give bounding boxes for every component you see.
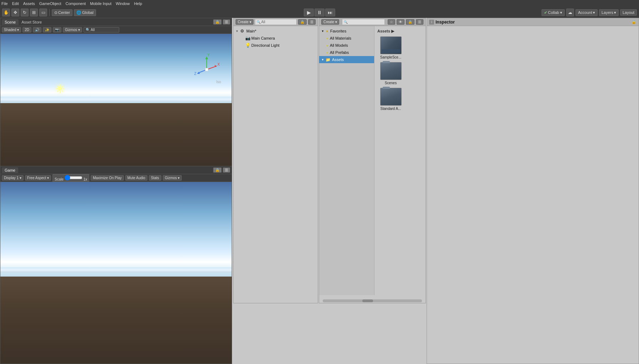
layout-button[interactable]: Layout bbox=[620, 9, 637, 16]
project-scrollbar[interactable] bbox=[323, 299, 422, 302]
game-gizmos-dropdown[interactable]: Gizmos ▾ bbox=[163, 175, 182, 181]
scale-slider[interactable] bbox=[65, 175, 82, 181]
asset-item-samplescene[interactable]: SampleSce... bbox=[377, 36, 404, 59]
scene-gizmo-widget[interactable]: X Y Z Iso bbox=[192, 54, 221, 84]
scene-search-box[interactable]: 🔍 All bbox=[84, 27, 119, 32]
inspector-lock-button[interactable]: 🔒 bbox=[632, 20, 637, 24]
inspector-title: Inspector bbox=[436, 20, 455, 25]
collab-label: Collab ▾ bbox=[548, 10, 562, 15]
step-button[interactable]: ⏭ bbox=[325, 9, 335, 16]
menu-window[interactable]: Window bbox=[116, 1, 130, 6]
hierarchy-main-camera-label: Main Camera bbox=[251, 36, 275, 40]
mute-audio-button[interactable]: Mute Audio bbox=[125, 175, 147, 181]
pivot-center-label: Center bbox=[58, 10, 70, 15]
hierarchy-search-box[interactable]: 🔍 All bbox=[255, 19, 297, 25]
game-horizon bbox=[0, 267, 232, 273]
tool-hand-button[interactable]: ✋ bbox=[2, 9, 10, 16]
account-button[interactable]: Account ▾ bbox=[575, 9, 598, 16]
menu-file[interactable]: File bbox=[1, 1, 8, 6]
svg-line-7 bbox=[57, 91, 59, 92]
scene-fx-button[interactable]: ✨ bbox=[43, 27, 51, 32]
play-controls: ▶ ⏸ ⏭ bbox=[304, 9, 335, 16]
menu-assets[interactable]: Assets bbox=[23, 1, 35, 6]
mode-2d-button[interactable]: 2D bbox=[22, 27, 31, 32]
scene-camera-button[interactable]: 📷 bbox=[53, 27, 61, 32]
asset-item-standard-assets[interactable]: Standard A... bbox=[377, 88, 404, 111]
tool-scale-button[interactable]: ⊞ bbox=[30, 9, 38, 16]
cloud-button[interactable]: ☁ bbox=[566, 9, 574, 16]
favorites-expand-icon: ▼ bbox=[321, 30, 324, 33]
pivot-global-button[interactable]: 🌐 Global bbox=[74, 9, 96, 16]
game-ground bbox=[0, 277, 232, 364]
project-create-button[interactable]: Create ▾ bbox=[321, 19, 339, 25]
pivot-center-icon: ⊙ bbox=[54, 10, 57, 15]
hierarchy-tree: ▼ ⚙ Main* 📷 Main Camera 💡 Directional Li… bbox=[233, 26, 318, 50]
asset-store-tab[interactable]: Asset Store bbox=[19, 19, 45, 25]
asset-item-scenes[interactable]: Scenes bbox=[377, 62, 404, 85]
project-content: ▼ ★ Favorites ● All Materials ● All Mode… bbox=[319, 26, 426, 295]
shading-dropdown[interactable]: Shaded ▾ bbox=[2, 27, 21, 32]
aspect-dropdown[interactable]: Free Aspect ▾ bbox=[25, 175, 51, 181]
tool-move-button[interactable]: ✥ bbox=[11, 9, 19, 16]
scene-gizmos-dropdown[interactable]: Gizmos ▾ bbox=[63, 27, 82, 32]
project-all-models[interactable]: ● All Models bbox=[319, 42, 374, 49]
scene-tab[interactable]: Scene bbox=[2, 19, 19, 25]
scene-audio-button[interactable]: 🔊 bbox=[33, 27, 41, 32]
game-menu-button[interactable]: ☰ bbox=[223, 167, 230, 173]
hierarchy-header: Create ▾ 🔍 All 🔒 ☰ bbox=[233, 18, 318, 26]
scale-control[interactable]: Scale 1x bbox=[52, 174, 89, 182]
hierarchy-main-camera-item[interactable]: 📷 Main Camera bbox=[233, 35, 318, 42]
toolbar-right: ✔ Collab ▾ ☁ Account ▾ Layers ▾ Layout bbox=[542, 9, 637, 16]
stats-button[interactable]: Stats bbox=[149, 175, 161, 181]
hierarchy-create-button[interactable]: Create ▾ bbox=[236, 19, 253, 25]
menu-gameobject[interactable]: GameObject bbox=[39, 1, 61, 6]
game-tab[interactable]: Game bbox=[2, 167, 18, 173]
inspector-content bbox=[427, 26, 639, 32]
pause-button[interactable]: ⏸ bbox=[315, 9, 324, 16]
project-assets-folder[interactable]: ▼ 📁 Assets bbox=[319, 56, 374, 63]
menu-component[interactable]: Component bbox=[65, 1, 86, 6]
project-favorites-header[interactable]: ▼ ★ Favorites bbox=[319, 27, 374, 35]
hierarchy-lock-button[interactable]: 🔒 bbox=[298, 19, 307, 25]
tool-rotate-button[interactable]: ↻ bbox=[21, 9, 29, 16]
project-assets-grid-area: Assets ▶ SampleSce... Scenes bbox=[374, 26, 426, 295]
prefabs-circle-icon: ● bbox=[326, 51, 328, 55]
play-button[interactable]: ▶ bbox=[304, 9, 314, 16]
project-star-button[interactable]: ☆ bbox=[388, 19, 395, 25]
layers-button[interactable]: Layers ▾ bbox=[599, 9, 619, 16]
project-all-materials[interactable]: ● All Materials bbox=[319, 35, 374, 42]
project-all-prefabs[interactable]: ● All Prefabs bbox=[319, 49, 374, 56]
svg-line-4 bbox=[57, 86, 59, 87]
project-lock-button[interactable]: 🔒 bbox=[406, 19, 414, 25]
hierarchy-scene-root[interactable]: ▼ ⚙ Main* bbox=[233, 27, 318, 35]
all-models-label: All Models bbox=[330, 43, 348, 47]
menu-edit[interactable]: Edit bbox=[12, 1, 19, 6]
project-eye-button[interactable]: 👁 bbox=[397, 19, 404, 25]
project-scrollbar-thumb[interactable] bbox=[362, 299, 373, 302]
display-dropdown[interactable]: Display 1 ▾ bbox=[2, 175, 24, 181]
collab-button[interactable]: ✔ Collab ▾ bbox=[542, 9, 565, 16]
project-menu-button[interactable]: ☰ bbox=[416, 19, 423, 25]
menu-mobile-input[interactable]: Mobile Input bbox=[90, 1, 111, 6]
scene-lock-button[interactable]: 🔒 bbox=[213, 19, 222, 25]
all-prefabs-label: All Prefabs bbox=[330, 50, 349, 55]
maximize-on-play-button[interactable]: Maximize On Play bbox=[91, 175, 124, 181]
shading-label: Shaded bbox=[4, 28, 16, 32]
tool-rect-button[interactable]: ▭ bbox=[39, 9, 47, 16]
scene-tab-bar: Scene Asset Store 🔒 ☰ bbox=[0, 18, 232, 26]
hierarchy-menu-button[interactable]: ☰ bbox=[308, 19, 316, 25]
hierarchy-directional-light-item[interactable]: 💡 Directional Light bbox=[233, 42, 318, 49]
standard-assets-thumb bbox=[380, 88, 402, 106]
scene-menu-button[interactable]: ☰ bbox=[223, 19, 230, 25]
all-materials-label: All Materials bbox=[330, 36, 351, 40]
materials-circle-icon: ● bbox=[326, 36, 328, 40]
gizmos-label: Gizmos bbox=[65, 28, 77, 32]
menu-bar: File Edit Assets GameObject Component Mo… bbox=[0, 0, 639, 7]
pivot-center-button[interactable]: ⊙ Center bbox=[52, 9, 72, 16]
project-search-box[interactable]: 🔍 bbox=[342, 19, 385, 25]
menu-help[interactable]: Help bbox=[134, 1, 142, 6]
game-lock-button[interactable]: 🔒 bbox=[213, 167, 222, 173]
toolbar-sep-1 bbox=[49, 9, 50, 16]
game-tab-bar: Game 🔒 ☰ bbox=[0, 166, 232, 174]
scenes-label: Scenes bbox=[385, 81, 397, 85]
